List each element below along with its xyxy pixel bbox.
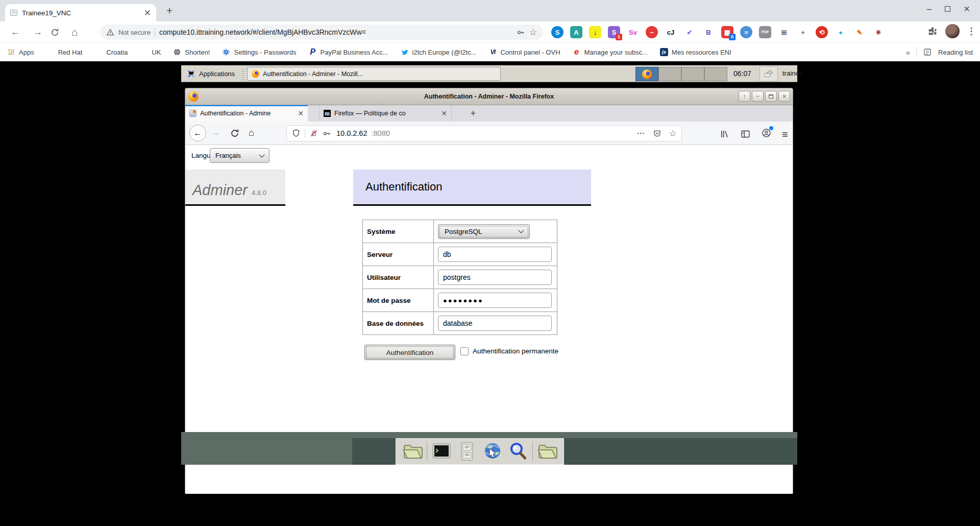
browser-menu-icon[interactable]: ⋮	[967, 26, 976, 37]
bookmark-red-hat[interactable]: Red Hat	[46, 48, 83, 56]
taskbar-window-button[interactable]: Authentification - Adminer - Mozill...	[247, 67, 501, 81]
extension-plus-icon[interactable]: +	[797, 26, 809, 38]
reading-list-label[interactable]: Reading list	[938, 49, 973, 56]
home-icon[interactable]: ⌂	[249, 127, 254, 138]
applications-menu[interactable]: Applications	[181, 66, 240, 82]
forward-icon[interactable]: →	[31, 26, 44, 38]
bookmark-star-icon[interactable]: ☆	[529, 28, 537, 37]
adminer-brand[interactable]: Adminer	[192, 182, 248, 199]
back-button[interactable]: ←	[189, 125, 206, 141]
workspace-1[interactable]	[635, 67, 658, 81]
password-key-icon[interactable]	[517, 28, 525, 37]
reload-icon[interactable]	[229, 128, 240, 139]
maximize-button[interactable]	[765, 91, 777, 102]
tab-close-icon[interactable]: ✕	[298, 109, 304, 117]
bookmark-manage-your-subsc[interactable]: Manage your subsc...	[573, 48, 648, 56]
dock-search-button[interactable]	[507, 440, 529, 463]
system-value: PostgreSQL	[445, 228, 482, 235]
page-actions-icon[interactable]: ⋯	[637, 129, 645, 138]
extension-tiles-icon[interactable]: ⊞	[778, 26, 790, 38]
system-select[interactable]: PostgreSQL	[438, 224, 530, 239]
permanent-login-checkbox[interactable]	[460, 347, 469, 355]
not-secure-warning-icon[interactable]	[106, 28, 114, 36]
extension-snowflake-icon[interactable]: ✳	[872, 26, 885, 38]
extensions-puzzle-icon[interactable]	[927, 26, 938, 37]
url-text[interactable]: compute10.ittraining.network/#/client/Mg…	[159, 28, 512, 36]
shade-button[interactable]: ↑	[739, 91, 750, 102]
extension-sessionbox-icon[interactable]: S1	[608, 26, 620, 38]
back-icon[interactable]: ←	[9, 26, 22, 38]
login-button[interactable]: Authentification	[364, 345, 455, 360]
bookmark-control-panel-ovh[interactable]: Control panel - OVH	[488, 48, 560, 56]
password-input[interactable]	[438, 293, 552, 308]
dock-cabinet-button[interactable]	[456, 440, 478, 463]
menu-icon[interactable]: ≡	[782, 129, 788, 139]
forward-icon[interactable]: →	[212, 128, 220, 138]
reading-list-icon[interactable]	[923, 47, 932, 57]
new-tab-button[interactable]: +	[166, 5, 173, 17]
panel-tool-button[interactable]	[760, 66, 778, 82]
close-icon[interactable]: ×	[964, 4, 970, 14]
account-icon[interactable]	[761, 128, 772, 140]
bookmark-paypal-business-acc[interactable]: PayPal Business Acc...	[309, 48, 388, 56]
bookmark-star-icon[interactable]: ☆	[669, 128, 677, 139]
url-host[interactable]: 10.0.2.62	[336, 129, 367, 137]
extension-b-vault-icon[interactable]: B	[702, 26, 715, 38]
workspace-3[interactable]	[681, 67, 704, 81]
firefox-tab-adminer[interactable]: Authentification - Admine ✕	[185, 105, 308, 122]
pocket-icon[interactable]	[652, 129, 662, 138]
extension-marker-icon[interactable]: ✎	[853, 26, 866, 38]
extension-checkmark-icon[interactable]: ✔	[683, 26, 696, 38]
firefox-tab-policy[interactable]: m Firefox — Politique de co ✕	[319, 105, 452, 122]
address-bar[interactable]: Not secure compute10.ittraining.network/…	[100, 25, 543, 40]
bookmark-uk[interactable]: UK	[140, 48, 161, 56]
language-select[interactable]: Français	[210, 148, 270, 163]
workspace-2[interactable]	[658, 67, 681, 81]
server-input[interactable]	[438, 247, 552, 262]
home-icon[interactable]: ⌂	[68, 26, 81, 38]
extension-drop-icon[interactable]: ●	[835, 26, 847, 38]
library-icon[interactable]	[719, 129, 730, 139]
insecure-lock-icon[interactable]	[309, 129, 318, 138]
extension-history-icon[interactable]: ⟲	[816, 26, 828, 38]
apps-shortcut[interactable]: Apps	[7, 48, 34, 56]
extension-downloader-icon[interactable]: ↓	[589, 26, 601, 38]
sidebar-icon[interactable]	[740, 129, 751, 139]
dock-terminal-button[interactable]	[430, 440, 453, 463]
bookmark-shorten[interactable]: Shorten!	[173, 48, 210, 56]
extension-pen-cj-icon[interactable]: cJ	[665, 26, 677, 38]
dock-folder-button[interactable]	[401, 440, 424, 463]
url-bar[interactable]: 10.0.2.62:8080 ⋯ ☆	[286, 125, 682, 141]
extension-grid-red-icon[interactable]: ▦0	[721, 26, 733, 38]
minimize-icon[interactable]: –	[927, 5, 932, 13]
bookmark-i2tch-europe-i2tc[interactable]: i2tch Europe (@I2tc...	[401, 48, 477, 56]
extension-vpn-icon[interactable]: −	[646, 26, 658, 38]
tab-close-icon[interactable]: ✕	[441, 109, 447, 117]
bookmark-label: PayPal Business Acc...	[321, 49, 388, 56]
minimize-button[interactable]: −	[752, 91, 764, 102]
maximize-icon[interactable]	[945, 6, 950, 12]
extension-stack-icon[interactable]: ≡	[740, 26, 752, 38]
dock-globe-button[interactable]	[481, 440, 504, 463]
database-input[interactable]	[438, 316, 552, 331]
extension-sv-tool-icon[interactable]: Sv	[627, 26, 639, 38]
extension-translate-icon[interactable]: A	[570, 26, 582, 38]
tracking-shield-icon[interactable]	[291, 129, 301, 138]
profile-avatar[interactable]	[945, 24, 960, 38]
reload-icon[interactable]	[50, 27, 60, 38]
extension-skype-icon[interactable]: S	[551, 26, 564, 38]
bookmark-settings-passwords[interactable]: Settings - Passwords	[222, 48, 296, 56]
firefox-titlebar[interactable]: Authentification - Adminer - Mozilla Fir…	[185, 88, 793, 105]
bookmark-croatia[interactable]: Croatia	[94, 48, 128, 56]
tab-close-icon[interactable]: ✕	[144, 9, 151, 17]
bookmarks-overflow-chevron[interactable]: »	[906, 48, 910, 57]
browser-tab[interactable]: Trainee19_VNC ✕	[5, 4, 156, 21]
login-key-icon[interactable]	[323, 129, 332, 138]
bookmark-mes-ressources-eni[interactable]: Mes ressources ENI	[660, 48, 731, 56]
dock-folder-button[interactable]	[536, 440, 558, 463]
extension-pdf-icon[interactable]: PDF	[759, 26, 771, 38]
username-input[interactable]	[438, 270, 552, 285]
new-tab-icon[interactable]: +	[467, 107, 479, 119]
workspace-4[interactable]	[704, 67, 727, 81]
close-button[interactable]: ×	[778, 91, 790, 102]
